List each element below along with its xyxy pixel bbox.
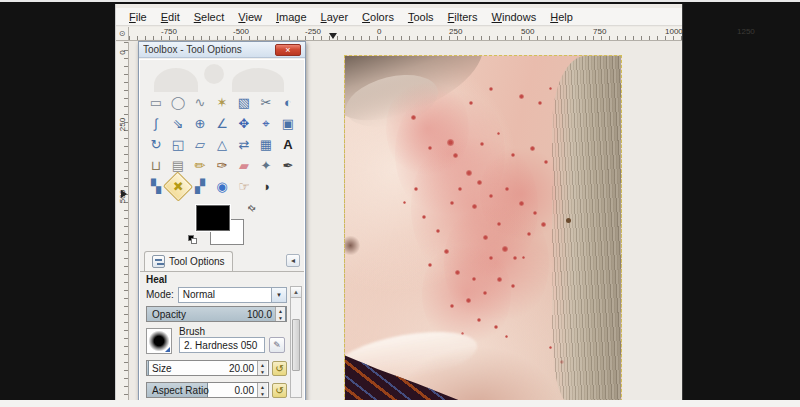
dock-tab-row: Tool Options ◂ xyxy=(140,251,304,272)
text-tool-icon[interactable]: A xyxy=(277,134,299,155)
smudge-tool-icon[interactable]: ☞ xyxy=(233,176,255,197)
reset-size-button[interactable]: ↺ xyxy=(272,361,287,376)
v-ruler-pointer-marker xyxy=(121,190,127,198)
menu-colors[interactable]: Colors xyxy=(355,9,401,25)
flip-tool-icon[interactable]: ⇄ xyxy=(233,134,255,155)
edit-brush-icon[interactable]: ✎ xyxy=(269,337,285,353)
h-ruler-label: 750 xyxy=(593,27,606,36)
menu-windows[interactable]: Windows xyxy=(485,9,544,25)
zoom-tool-icon[interactable]: ⊕ xyxy=(189,113,211,134)
acne-spot xyxy=(472,277,476,281)
toolbox-dialog: Toolbox - Tool Options × ▭◯∿✶▧✂◐∫⇘⊕∠✥⌖▣↻… xyxy=(138,41,306,402)
menu-select[interactable]: Select xyxy=(187,9,232,25)
v-ruler-label: 250 xyxy=(118,118,127,132)
select-by-color-tool-icon[interactable]: ▧ xyxy=(233,92,255,113)
swap-colors-icon[interactable]: ⇄ xyxy=(246,202,258,214)
scrollbar-thumb[interactable] xyxy=(292,319,300,371)
menu-view[interactable]: View xyxy=(231,9,269,25)
ellipse-select-tool-icon[interactable]: ◯ xyxy=(167,92,189,113)
color-picker-tool-icon[interactable]: ⇘ xyxy=(167,113,189,134)
menu-image[interactable]: Image xyxy=(269,9,314,25)
brush-thumbnail[interactable] xyxy=(146,328,172,354)
close-icon[interactable]: × xyxy=(275,44,301,56)
bucket-fill-tool-icon[interactable]: ⊔ xyxy=(145,155,167,176)
canvas-image[interactable] xyxy=(344,55,622,402)
acne-spot xyxy=(497,277,502,282)
h-ruler-label: 250 xyxy=(449,27,462,36)
rectangle-select-tool-icon[interactable]: ▭ xyxy=(145,92,167,113)
opacity-slider[interactable]: Opacity 100.0 ▲▼ xyxy=(146,306,287,322)
menu-file[interactable]: File xyxy=(122,9,154,25)
menu-bar: FileEditSelectViewImageLayerColorsToolsF… xyxy=(116,8,682,26)
menu-layer[interactable]: Layer xyxy=(314,9,356,25)
size-slider[interactable]: Size 20.00 ▲▼ xyxy=(146,360,269,376)
toolbox-titlebar[interactable]: Toolbox - Tool Options × xyxy=(139,42,305,58)
cage-transform-tool-icon[interactable]: ▦ xyxy=(255,134,277,155)
foreground-color-swatch[interactable] xyxy=(196,205,230,231)
ruler-corner-button[interactable]: ⊙ xyxy=(116,27,129,41)
airbrush-tool-icon[interactable]: ✦ xyxy=(255,155,277,176)
crop-tool-icon[interactable]: ▣ xyxy=(277,113,299,134)
tab-menu-button[interactable]: ◂ xyxy=(286,254,300,267)
opacity-spinner[interactable]: ▲▼ xyxy=(275,307,285,321)
menu-tools[interactable]: Tools xyxy=(401,9,441,25)
menu-edit[interactable]: Edit xyxy=(154,9,187,25)
default-colors-icon[interactable] xyxy=(188,235,198,245)
h-ruler-label: -500 xyxy=(233,27,249,36)
aspect-ratio-slider[interactable]: Aspect Ratio 0.00 ▲▼ xyxy=(146,382,269,398)
color-swatch-area: ⇄ xyxy=(188,203,258,249)
scale-tool-icon[interactable]: ◱ xyxy=(167,134,189,155)
dodge-burn-tool-icon[interactable]: ◑ xyxy=(255,176,277,197)
eraser-tool-icon[interactable]: ▰ xyxy=(233,155,255,176)
size-spinner[interactable]: ▲▼ xyxy=(257,361,267,375)
acne-spot xyxy=(447,139,454,146)
brush-label: Brush xyxy=(179,326,205,337)
active-tool-name: Heal xyxy=(146,274,167,285)
perspective-tool-icon[interactable]: △ xyxy=(211,134,233,155)
blur-sharpen-tool-icon[interactable]: ◉ xyxy=(211,176,233,197)
aspect-ratio-value: 0.00 xyxy=(235,385,254,396)
tab-tool-options[interactable]: Tool Options xyxy=(144,251,233,271)
foreground-select-tool-icon[interactable]: ◐ xyxy=(277,92,299,113)
skin-redness-blotch xyxy=(480,142,563,246)
reset-aspect-button[interactable]: ↺ xyxy=(272,383,287,398)
opacity-value: 100.0 xyxy=(247,309,272,320)
scissors-select-tool-icon[interactable]: ✂ xyxy=(255,92,277,113)
nose-shadow xyxy=(344,235,360,256)
h-ruler-label: 0 xyxy=(377,27,381,36)
move-tool-icon[interactable]: ✥ xyxy=(233,113,255,134)
mode-label: Mode: xyxy=(146,289,174,300)
pencil-tool-icon[interactable]: ✏ xyxy=(189,155,211,176)
shear-tool-icon[interactable]: ▱ xyxy=(189,134,211,155)
acne-spot xyxy=(422,215,426,219)
tool-options-scrollbar[interactable]: ▲ xyxy=(290,286,302,398)
h-ruler-label: 1250 xyxy=(737,27,755,36)
scrollbar-up-icon[interactable]: ▲ xyxy=(291,287,301,298)
rotate-tool-icon[interactable]: ↻ xyxy=(145,134,167,155)
menu-help[interactable]: Help xyxy=(543,9,580,25)
free-select-tool-icon[interactable]: ∿ xyxy=(189,92,211,113)
vertical-ruler[interactable]: 0250500 xyxy=(116,42,129,402)
mode-select[interactable]: Normal ▼ xyxy=(178,287,287,303)
acne-spot xyxy=(411,115,416,120)
acne-spot xyxy=(436,229,440,233)
horizontal-ruler[interactable]: -750-500-250025050075010001250 xyxy=(129,27,682,41)
v-ruler-label: 0 xyxy=(118,46,127,60)
paintbrush-tool-icon[interactable]: ✑ xyxy=(211,155,233,176)
brush-name-field[interactable]: 2. Hardness 050 xyxy=(179,337,265,353)
mode-value: Normal xyxy=(179,289,271,300)
h-ruler-label: -250 xyxy=(305,27,321,36)
paths-tool-icon[interactable]: ∫ xyxy=(145,113,167,134)
acne-spot xyxy=(489,256,493,260)
menu-filters[interactable]: Filters xyxy=(441,9,485,25)
bottom-frame-strip xyxy=(0,400,800,407)
align-tool-icon[interactable]: ⌖ xyxy=(255,113,277,134)
fuzzy-select-tool-icon[interactable]: ✶ xyxy=(211,92,233,113)
chevron-down-icon[interactable]: ▼ xyxy=(271,288,286,302)
aspect-spinner[interactable]: ▲▼ xyxy=(257,383,267,397)
measure-tool-icon[interactable]: ∠ xyxy=(211,113,233,134)
acne-spot xyxy=(530,146,535,151)
h-ruler-pointer-marker xyxy=(329,33,337,39)
acne-spot xyxy=(511,153,515,157)
ink-tool-icon[interactable]: ✒ xyxy=(277,155,299,176)
